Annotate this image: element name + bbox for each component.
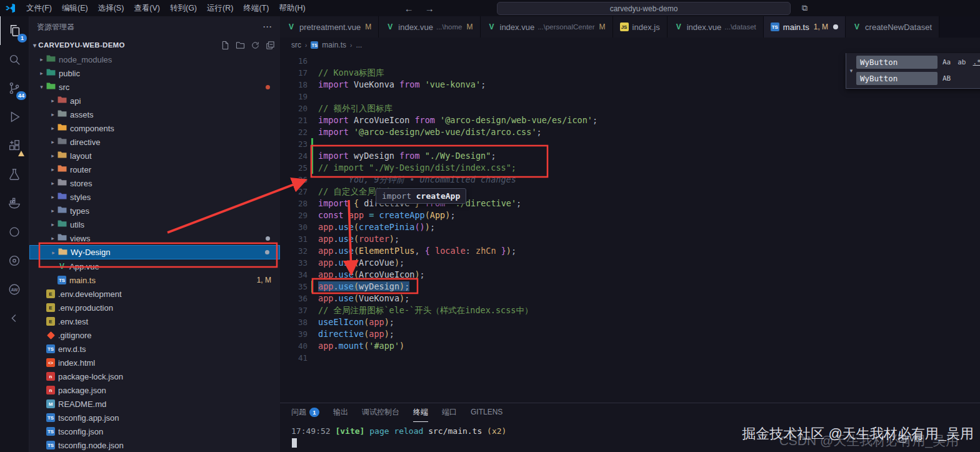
code-text: You, 9分钟前 • Uncommitted changes [313, 174, 516, 186]
menu-item[interactable]: 查看(V) [129, 0, 165, 16]
tab-index.vue[interactable]: Vindex.vue...\personalCenterM [481, 16, 613, 38]
tab-label: main.ts [783, 23, 809, 32]
tree-file-.env.production[interactable]: E.env.production [29, 301, 280, 314]
tree-item-label: types [70, 206, 89, 216]
menu-item[interactable]: 帮助(H) [274, 0, 310, 16]
tree-folder-stores[interactable]: ▸stores [29, 176, 280, 190]
selection-highlight: app.use(wyDesign); [318, 281, 409, 291]
command-center-search[interactable]: carvedyu-web-demo [497, 2, 791, 15]
menu-item[interactable]: 运行(R) [202, 0, 238, 16]
testing-icon[interactable] [0, 160, 29, 189]
tab-pretreatment.vue[interactable]: Vpretreatment.vueM [280, 16, 379, 38]
tree-folder-public[interactable]: ▸public [29, 66, 280, 80]
terminal-output[interactable]: 17:49:52 [vite] page reload src/main.ts … [280, 421, 980, 436]
folder-icon [58, 233, 67, 241]
menu-item[interactable]: 文件(F) [21, 0, 57, 16]
new-folder-icon[interactable] [236, 41, 245, 50]
search-icon[interactable] [0, 45, 29, 74]
run-debug-icon[interactable] [0, 103, 29, 131]
tab-index.js[interactable]: JSindex.js [613, 16, 668, 38]
tree-folder-utils[interactable]: ▸utils [29, 218, 280, 231]
menu-item[interactable]: 转到(G) [165, 0, 202, 16]
git-gutter [311, 55, 313, 67]
tree-folder-directive[interactable]: ▸directive [29, 135, 280, 149]
panel-tab-调试控制台[interactable]: 调试控制台 [362, 403, 399, 422]
tab-main.ts[interactable]: TSmain.ts1, M [764, 16, 846, 38]
tree-file-.env.test[interactable]: E.env.test [29, 314, 280, 328]
tree-file-main.ts[interactable]: TSmain.ts1, M [29, 273, 280, 287]
tab-index.vue[interactable]: Vindex.vue...\homeM [379, 16, 480, 38]
tree-folder-components[interactable]: ▸components [29, 121, 280, 135]
nav-back-icon[interactable]: ← [404, 3, 414, 14]
tree-file-index.html[interactable]: <>index.html [29, 356, 280, 369]
breadcrumb[interactable]: src›TSmain.ts›... [280, 38, 980, 53]
explorer-icon[interactable]: 1 [0, 16, 29, 45]
tree-file-package-lock.json[interactable]: npackage-lock.json [29, 369, 280, 383]
tree-folder-views[interactable]: ▸views [29, 231, 280, 245]
ts-file-icon: TS [46, 413, 55, 422]
tree-file-.gitignore[interactable]: .gitignore [29, 328, 280, 342]
tab-index.vue[interactable]: Vindex.vue...\dataset [668, 16, 764, 38]
tree-file-tsconfig.app.json[interactable]: TStsconfig.app.json [29, 411, 280, 424]
find-input[interactable] [856, 56, 938, 69]
extensions-icon[interactable] [0, 131, 29, 160]
replace-input[interactable] [856, 72, 938, 85]
tree-folder-Wy-Design[interactable]: ▸Wy-Design [29, 245, 280, 259]
tree-file-tsconfig.json[interactable]: TStsconfig.json [29, 424, 280, 438]
menu-item[interactable]: 选择(S) [93, 0, 129, 16]
live-share-icon[interactable] [0, 218, 29, 246]
panel-tab-GITLENS[interactable]: GITLENS [471, 403, 502, 422]
tree-folder-router[interactable]: ▸router [29, 163, 280, 176]
tab-createNewDataset[interactable]: VcreateNewDataset [846, 16, 939, 38]
chevron-right-icon: ▸ [49, 249, 58, 256]
find-option-ab[interactable]: ab [956, 58, 967, 67]
line-number: 29 [280, 209, 308, 221]
docker-icon[interactable] [0, 189, 29, 218]
menu-item[interactable]: 编辑(E) [57, 0, 93, 16]
breadcrumb-part[interactable]: ... [356, 41, 362, 49]
tree-file-package.json[interactable]: npackage.json [29, 383, 280, 397]
panel-tab-输出[interactable]: 输出 [333, 403, 348, 422]
find-option-Aa[interactable]: Aa [941, 58, 952, 67]
tree-folder-node_modules[interactable]: ▸node_modules [29, 53, 280, 66]
env-file-icon: E [46, 317, 55, 326]
tree-file-tsconfig.node.json[interactable]: TStsconfig.node.json [29, 438, 280, 452]
breadcrumb-part[interactable]: main.ts [322, 41, 346, 49]
tree-file-env.d.ts[interactable]: TSenv.d.ts [29, 342, 280, 356]
replace-option-AB[interactable]: AB [941, 74, 952, 83]
terminal-process[interactable]: Vite [899, 434, 922, 443]
back-icon[interactable] [0, 304, 29, 333]
collapse-all-icon[interactable] [266, 41, 275, 50]
new-file-icon[interactable] [221, 41, 230, 50]
toggle-replace-icon[interactable]: ▾ [846, 56, 856, 85]
panel-tab-端口[interactable]: 端口 [442, 403, 457, 422]
tree-folder-api[interactable]: ▸api [29, 94, 280, 108]
layout-toggle-icon[interactable]: ⧉ [802, 3, 808, 13]
tree-file-README.md[interactable]: MREADME.md [29, 397, 280, 411]
tree-folder-src[interactable]: ▾src [29, 80, 280, 94]
tree-folder-layout[interactable]: ▸layout [29, 149, 280, 163]
source-control-icon[interactable]: 44 [0, 74, 29, 103]
tree-folder-styles[interactable]: ▸styles [29, 190, 280, 204]
find-option-.*[interactable]: .* [972, 58, 980, 67]
sidebar-more-actions-icon[interactable]: ··· [263, 23, 272, 31]
html-file-icon: <> [46, 358, 55, 367]
search-box-text: carvedyu-web-demo [610, 4, 678, 13]
tree-folder-assets[interactable]: ▸assets [29, 108, 280, 121]
code-editor[interactable]: 1617// Konva标图库18import VueKonva from 'v… [280, 53, 980, 403]
panel-tab-问题[interactable]: 问题1 [291, 403, 319, 422]
breadcrumb-part[interactable]: src [291, 41, 301, 49]
tree-file-App.vue[interactable]: VApp.vue [29, 259, 280, 273]
tree-folder-types[interactable]: ▸types [29, 204, 280, 218]
tree-file-.env.development[interactable]: E.env.development [29, 287, 280, 301]
menu-item[interactable]: 终端(T) [238, 0, 274, 16]
aw-extension-icon[interactable]: AW [0, 275, 29, 304]
nav-forward-icon[interactable]: → [425, 3, 434, 14]
project-root-row[interactable]: ▾ CARVEDYU-WEB-DEMO [29, 38, 280, 53]
folder-icon [58, 164, 67, 173]
panel-tab-终端[interactable]: 终端 [413, 403, 428, 422]
folder-icon [58, 192, 67, 200]
folder-icon [46, 54, 56, 63]
gitlens-icon[interactable] [0, 246, 29, 275]
refresh-icon[interactable] [251, 41, 260, 50]
